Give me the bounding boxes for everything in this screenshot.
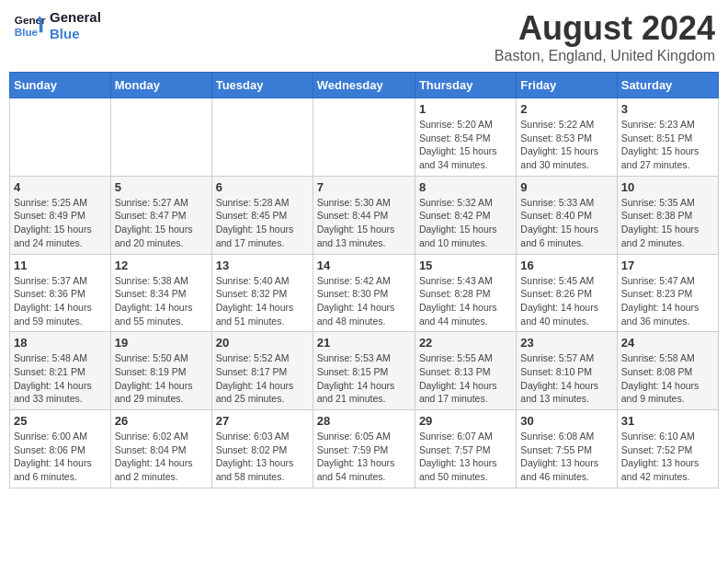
calendar-cell: 5Sunrise: 5:27 AM Sunset: 8:47 PM Daylig… (110, 176, 211, 254)
day-header-thursday: Thursday (415, 73, 516, 98)
calendar-cell: 6Sunrise: 5:28 AM Sunset: 8:45 PM Daylig… (211, 176, 313, 254)
logo-icon: General Blue (13, 9, 46, 42)
calendar-cell (313, 98, 415, 177)
day-info: Sunrise: 5:48 AM Sunset: 8:21 PM Dayligh… (14, 351, 107, 406)
calendar-cell: 28Sunrise: 6:05 AM Sunset: 7:59 PM Dayli… (313, 410, 415, 488)
day-info: Sunrise: 6:03 AM Sunset: 8:02 PM Dayligh… (216, 430, 309, 484)
day-info: Sunrise: 6:10 AM Sunset: 7:52 PM Dayligh… (621, 430, 714, 484)
day-info: Sunrise: 5:42 AM Sunset: 8:30 PM Dayligh… (317, 274, 411, 328)
calendar-cell: 27Sunrise: 6:03 AM Sunset: 8:02 PM Dayli… (211, 410, 313, 488)
day-info: Sunrise: 5:32 AM Sunset: 8:42 PM Dayligh… (419, 196, 512, 250)
day-number: 7 (317, 180, 411, 194)
calendar-cell: 10Sunrise: 5:35 AM Sunset: 8:38 PM Dayli… (617, 176, 718, 254)
week-row-5: 25Sunrise: 6:00 AM Sunset: 8:06 PM Dayli… (10, 410, 719, 488)
day-info: Sunrise: 5:43 AM Sunset: 8:28 PM Dayligh… (419, 274, 512, 328)
day-info: Sunrise: 5:25 AM Sunset: 8:49 PM Dayligh… (14, 196, 107, 250)
day-info: Sunrise: 5:52 AM Sunset: 8:17 PM Dayligh… (216, 351, 309, 406)
week-row-3: 11Sunrise: 5:37 AM Sunset: 8:36 PM Dayli… (10, 254, 719, 332)
logo-text-blue: Blue (50, 26, 101, 42)
calendar-cell: 30Sunrise: 6:08 AM Sunset: 7:55 PM Dayli… (517, 410, 617, 488)
day-number: 25 (14, 414, 107, 428)
day-info: Sunrise: 5:37 AM Sunset: 8:36 PM Dayligh… (14, 274, 107, 328)
day-number: 22 (419, 336, 512, 350)
week-row-2: 4Sunrise: 5:25 AM Sunset: 8:49 PM Daylig… (10, 176, 719, 254)
day-info: Sunrise: 5:27 AM Sunset: 8:47 PM Dayligh… (115, 196, 208, 250)
day-info: Sunrise: 5:45 AM Sunset: 8:26 PM Dayligh… (520, 274, 612, 328)
calendar-table: SundayMondayTuesdayWednesdayThursdayFrid… (9, 72, 719, 488)
day-number: 5 (115, 180, 208, 194)
day-number: 17 (621, 259, 714, 272)
calendar-cell: 12Sunrise: 5:38 AM Sunset: 8:34 PM Dayli… (110, 254, 211, 332)
day-number: 1 (419, 102, 512, 116)
day-number: 4 (14, 180, 107, 194)
day-number: 19 (115, 336, 208, 350)
day-number: 8 (419, 180, 512, 194)
calendar-cell: 22Sunrise: 5:55 AM Sunset: 8:13 PM Dayli… (415, 332, 516, 410)
day-info: Sunrise: 6:00 AM Sunset: 8:06 PM Dayligh… (14, 430, 107, 484)
day-info: Sunrise: 5:35 AM Sunset: 8:38 PM Dayligh… (621, 196, 714, 250)
logo-text-general: General (50, 9, 101, 26)
day-number: 18 (14, 336, 107, 350)
day-info: Sunrise: 5:53 AM Sunset: 8:15 PM Dayligh… (317, 351, 411, 406)
day-number: 20 (216, 336, 309, 350)
day-info: Sunrise: 6:02 AM Sunset: 8:04 PM Dayligh… (115, 430, 208, 484)
week-row-4: 18Sunrise: 5:48 AM Sunset: 8:21 PM Dayli… (10, 332, 719, 410)
calendar-cell: 23Sunrise: 5:57 AM Sunset: 8:10 PM Dayli… (517, 332, 617, 410)
day-info: Sunrise: 5:28 AM Sunset: 8:45 PM Dayligh… (216, 196, 309, 250)
day-info: Sunrise: 5:22 AM Sunset: 8:53 PM Dayligh… (520, 118, 612, 172)
calendar-cell: 2Sunrise: 5:22 AM Sunset: 8:53 PM Daylig… (517, 98, 617, 177)
day-number: 15 (419, 259, 512, 272)
day-info: Sunrise: 5:50 AM Sunset: 8:19 PM Dayligh… (115, 351, 208, 406)
day-info: Sunrise: 6:05 AM Sunset: 7:59 PM Dayligh… (317, 430, 411, 484)
calendar-cell: 19Sunrise: 5:50 AM Sunset: 8:19 PM Dayli… (110, 332, 211, 410)
day-number: 26 (115, 414, 208, 428)
day-number: 21 (317, 336, 411, 350)
header: General Blue General Blue August 2024 Ba… (9, 9, 719, 64)
day-info: Sunrise: 5:47 AM Sunset: 8:23 PM Dayligh… (621, 274, 714, 328)
title-section: August 2024 Baston, England, United King… (495, 9, 715, 64)
day-number: 23 (520, 336, 612, 350)
calendar-cell: 20Sunrise: 5:52 AM Sunset: 8:17 PM Dayli… (211, 332, 313, 410)
day-number: 6 (216, 180, 309, 194)
calendar-cell: 7Sunrise: 5:30 AM Sunset: 8:44 PM Daylig… (313, 176, 415, 254)
day-info: Sunrise: 5:30 AM Sunset: 8:44 PM Dayligh… (317, 196, 411, 250)
calendar-cell: 13Sunrise: 5:40 AM Sunset: 8:32 PM Dayli… (211, 254, 313, 332)
day-number: 28 (317, 414, 411, 428)
calendar-cell: 21Sunrise: 5:53 AM Sunset: 8:15 PM Dayli… (313, 332, 415, 410)
day-info: Sunrise: 5:20 AM Sunset: 8:54 PM Dayligh… (419, 118, 512, 172)
calendar-cell (10, 98, 111, 177)
day-number: 29 (419, 414, 512, 428)
day-number: 27 (216, 414, 309, 428)
day-info: Sunrise: 6:07 AM Sunset: 7:57 PM Dayligh… (419, 430, 512, 484)
calendar-cell (211, 98, 313, 177)
day-number: 2 (520, 102, 612, 116)
calendar-cell: 17Sunrise: 5:47 AM Sunset: 8:23 PM Dayli… (617, 254, 718, 332)
day-number: 30 (520, 414, 612, 428)
calendar-cell: 14Sunrise: 5:42 AM Sunset: 8:30 PM Dayli… (313, 254, 415, 332)
day-header-saturday: Saturday (617, 73, 718, 98)
week-row-1: 1Sunrise: 5:20 AM Sunset: 8:54 PM Daylig… (10, 98, 719, 177)
day-info: Sunrise: 5:57 AM Sunset: 8:10 PM Dayligh… (520, 351, 612, 406)
day-number: 3 (621, 102, 714, 116)
calendar-cell: 16Sunrise: 5:45 AM Sunset: 8:26 PM Dayli… (517, 254, 617, 332)
calendar-cell: 24Sunrise: 5:58 AM Sunset: 8:08 PM Dayli… (617, 332, 718, 410)
day-info: Sunrise: 5:58 AM Sunset: 8:08 PM Dayligh… (621, 351, 714, 406)
main-title: August 2024 (495, 9, 715, 48)
calendar-cell: 29Sunrise: 6:07 AM Sunset: 7:57 PM Dayli… (415, 410, 516, 488)
calendar-cell: 25Sunrise: 6:00 AM Sunset: 8:06 PM Dayli… (10, 410, 111, 488)
day-info: Sunrise: 6:08 AM Sunset: 7:55 PM Dayligh… (520, 430, 612, 484)
calendar-cell: 1Sunrise: 5:20 AM Sunset: 8:54 PM Daylig… (415, 98, 516, 177)
calendar-cell: 8Sunrise: 5:32 AM Sunset: 8:42 PM Daylig… (415, 176, 516, 254)
day-info: Sunrise: 5:33 AM Sunset: 8:40 PM Dayligh… (520, 196, 612, 250)
calendar-cell: 15Sunrise: 5:43 AM Sunset: 8:28 PM Dayli… (415, 254, 516, 332)
calendar-cell (110, 98, 211, 177)
subtitle: Baston, England, United Kingdom (495, 48, 715, 64)
day-number: 13 (216, 259, 309, 272)
day-header-monday: Monday (110, 73, 211, 98)
day-header-wednesday: Wednesday (313, 73, 415, 98)
calendar-cell: 4Sunrise: 5:25 AM Sunset: 8:49 PM Daylig… (10, 176, 111, 254)
day-number: 14 (317, 259, 411, 272)
day-info: Sunrise: 5:38 AM Sunset: 8:34 PM Dayligh… (115, 274, 208, 328)
calendar-cell: 9Sunrise: 5:33 AM Sunset: 8:40 PM Daylig… (517, 176, 617, 254)
svg-text:Blue: Blue (15, 26, 39, 38)
